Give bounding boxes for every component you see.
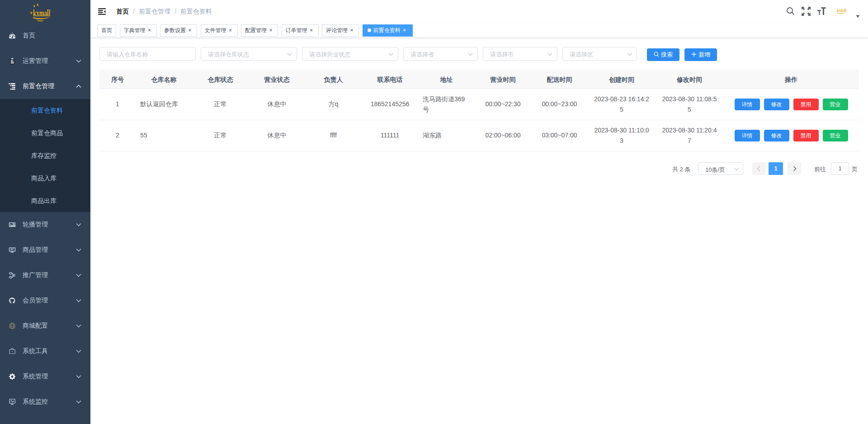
svg-text:kxmall: kxmall <box>33 8 50 19</box>
